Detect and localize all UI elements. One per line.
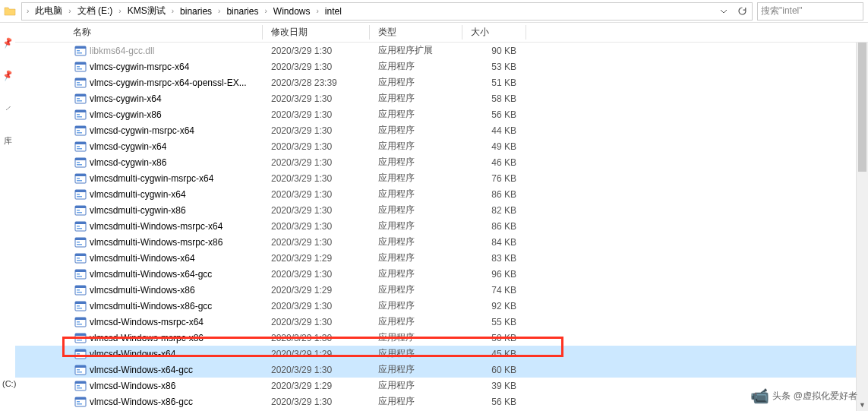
chevron-right-icon[interactable]: › — [25, 7, 30, 15]
file-row[interactable]: vlmcsd-Windows-x862020/3/29 1:29应用程序39 K… — [15, 378, 868, 394]
file-row[interactable]: vlmcsd-Windows-x64-gcc2020/3/29 1:30应用程序… — [15, 362, 868, 378]
file-name: vlmcsd-Windows-msrpc-x86 — [90, 333, 204, 343]
file-row[interactable]: vlmcsdmulti-Windows-x642020/3/29 1:29应用程… — [15, 250, 868, 266]
column-type[interactable]: 类型 — [378, 26, 396, 39]
file-row[interactable]: vlmcsdmulti-Windows-msrpc-x862020/3/29 1… — [15, 234, 868, 250]
file-list[interactable]: libkms64-gcc.dll2020/3/29 1:30应用程序扩展90 K… — [15, 43, 868, 411]
refresh-icon[interactable] — [734, 4, 750, 19]
file-row[interactable]: vlmcsd-cygwin-x862020/3/29 1:30应用程序46 KB — [15, 154, 868, 170]
breadcrumb-item[interactable]: Windows — [269, 5, 315, 18]
file-date: 2020/3/29 1:30 — [271, 397, 332, 407]
file-row[interactable]: vlmcs-cygwin-x642020/3/29 1:30应用程序58 KB — [15, 90, 868, 106]
file-row[interactable]: vlmcsdmulti-Windows-msrpc-x642020/3/29 1… — [15, 218, 868, 234]
svg-rect-19 — [77, 116, 82, 118]
file-type: 应用程序扩展 — [378, 44, 433, 57]
disk-label[interactable]: (C:) — [0, 379, 16, 388]
breadcrumb-item[interactable]: 文档 (E:) — [73, 3, 118, 19]
exe-icon — [74, 45, 87, 57]
file-size: 45 KB — [471, 349, 516, 359]
file-row[interactable]: vlmcsd-cygwin-msrpc-x642020/3/29 1:30应用程… — [15, 122, 868, 138]
file-row[interactable]: vlmcsdmulti-Windows-x862020/3/29 1:29应用程… — [15, 282, 868, 298]
breadcrumb-item[interactable]: binaries — [222, 5, 263, 18]
chevron-right-icon[interactable]: › — [216, 7, 222, 15]
file-row[interactable]: vlmcsd-Windows-x86-gcc2020/3/29 1:30应用程序… — [15, 394, 868, 409]
svg-rect-71 — [77, 324, 82, 325]
pin-icon[interactable]: 📌 — [1, 69, 14, 82]
file-size: 86 KB — [471, 221, 516, 232]
breadcrumb-box[interactable]: › 此电脑›文档 (E:)›KMS测试›binaries›binaries›Wi… — [21, 2, 753, 21]
chevron-right-icon[interactable]: › — [170, 7, 175, 15]
breadcrumb-item[interactable]: 此电脑 — [30, 3, 67, 19]
file-size: 92 KB — [471, 301, 516, 311]
exe-icon — [74, 93, 87, 105]
file-row[interactable]: vlmcs-cygwin-x862020/3/29 1:30应用程序56 KB — [15, 106, 868, 122]
svg-rect-45 — [75, 222, 86, 224]
file-size: 46 KB — [471, 157, 516, 168]
file-row[interactable]: vlmcs-cygwin-msrpc-x64-openssl-EX...2020… — [15, 74, 868, 90]
file-date: 2020/3/29 1:30 — [271, 237, 332, 248]
file-row[interactable]: vlmcsd-Windows-x642020/3/29 1:29应用程序45 K… — [15, 346, 868, 362]
file-size: 53 KB — [471, 62, 516, 72]
watermark-prefix: 头条 — [772, 390, 791, 403]
column-name[interactable]: 名称 — [73, 26, 91, 39]
sidebar-library[interactable]: 库 — [4, 135, 12, 147]
file-row[interactable]: vlmcsdmulti-Windows-x86-gcc2020/3/29 1:3… — [15, 298, 868, 314]
file-row[interactable]: vlmcsd-cygwin-x642020/3/29 1:30应用程序49 KB — [15, 138, 868, 154]
file-row[interactable]: vlmcsd-Windows-msrpc-x862020/3/29 1:30应用… — [15, 330, 868, 346]
file-date: 2020/3/28 23:39 — [271, 77, 337, 88]
file-date: 2020/3/29 1:30 — [271, 62, 332, 72]
chevron-right-icon[interactable]: › — [263, 7, 268, 15]
file-size: 58 KB — [471, 93, 516, 104]
chevron-right-icon[interactable]: › — [117, 7, 122, 15]
file-type: 应用程序 — [378, 315, 415, 328]
scrollbar-thumb[interactable] — [858, 43, 866, 172]
search-input[interactable]: 搜索"intel" — [757, 2, 863, 21]
file-name: vlmcsdmulti-cygwin-x86 — [90, 205, 186, 216]
breadcrumb-item[interactable]: KMS测试 — [123, 3, 170, 19]
file-size: 83 KB — [471, 253, 516, 264]
file-row[interactable]: vlmcsd-Windows-msrpc-x642020/3/29 1:30应用… — [15, 314, 868, 330]
column-date[interactable]: 修改日期 — [271, 26, 308, 39]
vertical-scrollbar[interactable]: ▲ ▼ — [856, 23, 868, 411]
folder-icon — [3, 5, 17, 18]
chevron-right-icon[interactable]: › — [315, 7, 320, 15]
file-row[interactable]: vlmcsdmulti-cygwin-x642020/3/29 1:30应用程序… — [15, 186, 868, 202]
file-row[interactable]: vlmcsdmulti-Windows-x64-gcc2020/3/29 1:3… — [15, 266, 868, 282]
file-row[interactable]: vlmcsdmulti-cygwin-msrpc-x642020/3/29 1:… — [15, 170, 868, 186]
column-size[interactable]: 大小 — [471, 26, 489, 39]
file-row[interactable]: libkms64-gcc.dll2020/3/29 1:30应用程序扩展90 K… — [15, 43, 868, 58]
svg-rect-27 — [77, 148, 82, 150]
breadcrumb-item[interactable]: binaries — [175, 5, 216, 18]
file-type: 应用程序 — [378, 251, 415, 264]
file-size: 96 KB — [471, 269, 516, 280]
svg-rect-38 — [77, 194, 80, 195]
pin-icon[interactable]: 📌 — [1, 36, 14, 49]
file-date: 2020/3/29 1:30 — [271, 173, 332, 184]
svg-rect-69 — [75, 318, 86, 320]
svg-rect-81 — [75, 365, 86, 368]
exe-icon — [74, 268, 87, 280]
svg-rect-67 — [77, 308, 82, 309]
breadcrumb-item[interactable]: intel — [320, 5, 346, 18]
exe-icon — [74, 396, 87, 408]
svg-rect-47 — [77, 228, 82, 229]
file-size: 82 KB — [471, 205, 516, 216]
scroll-down-icon[interactable]: ▼ — [857, 399, 868, 411]
svg-rect-85 — [75, 381, 86, 384]
sidebar-item[interactable]: ⟋ — [4, 103, 12, 112]
file-name: vlmcsdmulti-cygwin-x64 — [90, 189, 186, 200]
exe-icon — [74, 348, 87, 360]
svg-rect-43 — [77, 212, 82, 213]
file-size: 76 KB — [471, 173, 516, 184]
history-dropdown-icon[interactable] — [715, 4, 732, 19]
exe-icon — [74, 364, 87, 376]
watermark-text: @虚拟化爱好者 — [794, 390, 857, 403]
file-date: 2020/3/29 1:29 — [271, 381, 332, 391]
chevron-right-icon[interactable]: › — [67, 7, 72, 15]
file-type: 应用程序 — [378, 347, 415, 360]
svg-rect-23 — [77, 132, 82, 134]
file-row[interactable]: vlmcs-cygwin-msrpc-x642020/3/29 1:30应用程序… — [15, 58, 868, 74]
exe-icon — [74, 284, 87, 296]
svg-rect-13 — [75, 94, 86, 96]
file-row[interactable]: vlmcsdmulti-cygwin-x862020/3/29 1:30应用程序… — [15, 202, 868, 218]
